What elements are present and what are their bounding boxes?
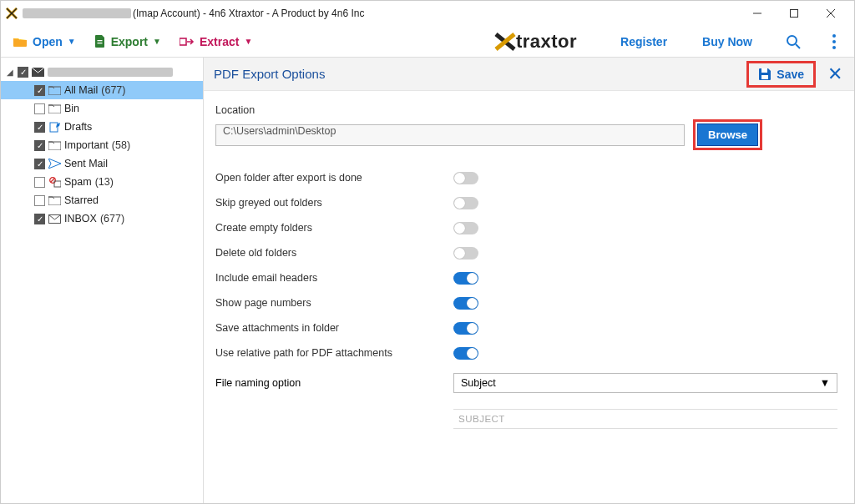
option-label: Skip greyed out folders — [215, 197, 453, 209]
options-header: PDF Export Options Save ✕ — [204, 58, 854, 91]
folder-icon — [48, 140, 61, 151]
tree-item-label: Spam — [64, 176, 92, 188]
mail-icon — [32, 67, 44, 78]
checkbox[interactable] — [34, 177, 45, 188]
location-label: Location — [215, 104, 837, 116]
tree-row-drafts[interactable]: ✓Drafts — [1, 118, 203, 136]
file-naming-select[interactable]: Subject ▼ — [453, 373, 837, 393]
checkbox[interactable]: ✓ — [34, 85, 45, 96]
option-label: Use relative path for PDF attachments — [215, 347, 453, 359]
export-menu[interactable]: Export ▼ — [94, 35, 161, 48]
buy-now-link[interactable]: Buy Now — [702, 35, 752, 48]
toggle-switch[interactable] — [453, 347, 478, 360]
file-naming-label: File naming option — [215, 377, 453, 389]
svg-point-5 — [787, 36, 797, 45]
option-label: Open folder after export is done — [215, 172, 453, 184]
folder-icon — [48, 195, 61, 206]
toggle-switch[interactable] — [453, 222, 478, 234]
browse-highlight: Browse — [693, 119, 762, 150]
chevron-down-icon: ▼ — [68, 37, 76, 46]
checkbox[interactable] — [34, 195, 45, 206]
tree-row-important[interactable]: ✓Important (58) — [1, 136, 203, 154]
chevron-down-icon: ▼ — [244, 37, 252, 46]
account-name-redacted — [48, 68, 173, 77]
location-input[interactable]: C:\Users\admin\Desktop — [215, 124, 685, 146]
option-label: Create empty folders — [215, 222, 453, 234]
toggle-switch[interactable] — [453, 297, 478, 310]
export-label: Export — [111, 35, 148, 48]
tree-row-all-mail[interactable]: ✓All Mail (677) — [1, 81, 203, 99]
main-toolbar: Open ▼ Export ▼ Extract ▼ traxtor Regist… — [1, 26, 854, 58]
chevron-down-icon: ▼ — [820, 377, 830, 389]
close-panel-button[interactable]: ✕ — [827, 63, 842, 85]
svg-point-9 — [832, 46, 836, 49]
tree-row-inbox[interactable]: ✓INBOX (677) — [1, 209, 203, 228]
title-redacted — [23, 8, 131, 18]
tree-item-label: Drafts — [64, 121, 92, 133]
brand-text: traxtor — [516, 31, 577, 53]
svg-rect-14 — [48, 142, 61, 150]
svg-rect-2 — [97, 40, 102, 41]
open-menu[interactable]: Open ▼ — [13, 35, 76, 48]
folder-icon — [48, 85, 61, 96]
checkbox[interactable]: ✓ — [34, 159, 45, 169]
tree-item-count: (13) — [95, 176, 114, 188]
checkbox[interactable]: ✓ — [34, 214, 45, 224]
option-row: Save attachments in folder — [215, 315, 837, 340]
svg-rect-12 — [48, 105, 61, 113]
brand-x-icon — [494, 33, 516, 51]
option-row: Show page numbers — [215, 290, 837, 315]
search-icon[interactable] — [786, 34, 801, 49]
tree-item-label: Bin — [64, 103, 79, 114]
toggle-switch[interactable] — [453, 197, 478, 209]
save-button[interactable]: Save — [751, 66, 811, 83]
folder-open-icon — [13, 36, 28, 48]
tree-item-count: (677) — [100, 213, 124, 224]
tree-row-bin[interactable]: Bin — [1, 99, 203, 118]
toggle-switch[interactable] — [453, 322, 478, 335]
folder-tree: ◢ ✓ ✓All Mail (677)Bin✓Drafts✓Important … — [1, 58, 204, 503]
titlebar: (Imap Account) - 4n6 Xtraxtor - A Produc… — [1, 1, 854, 26]
option-label: Save attachments in folder — [215, 322, 453, 334]
tree-item-label: All Mail — [64, 84, 98, 96]
tree-item-count: (58) — [112, 139, 130, 151]
browse-button[interactable]: Browse — [697, 123, 758, 146]
tree-row-sent-mail[interactable]: ✓Sent Mail — [1, 154, 203, 173]
extract-label: Extract — [200, 35, 239, 48]
option-row: Open folder after export is done — [215, 165, 837, 190]
svg-rect-3 — [97, 43, 102, 43]
save-icon — [758, 68, 772, 81]
more-menu-icon[interactable] — [832, 34, 836, 49]
svg-rect-11 — [48, 87, 61, 95]
extract-menu[interactable]: Extract ▼ — [180, 35, 252, 48]
maximize-button[interactable] — [776, 2, 812, 25]
checkbox[interactable]: ✓ — [18, 67, 28, 78]
option-row: Skip greyed out folders — [215, 190, 837, 215]
tree-account-row[interactable]: ◢ ✓ — [1, 63, 203, 81]
checkbox[interactable]: ✓ — [34, 122, 45, 133]
minimize-button[interactable] — [739, 2, 776, 25]
toggle-switch[interactable] — [453, 172, 478, 184]
tree-row-spam[interactable]: Spam (13) — [1, 173, 203, 191]
toggle-switch[interactable] — [453, 272, 478, 285]
collapse-arrow-icon[interactable]: ◢ — [6, 68, 14, 77]
close-window-button[interactable] — [812, 2, 849, 25]
svg-rect-1 — [791, 10, 798, 18]
panel-title: PDF Export Options — [214, 67, 325, 81]
tree-row-starred[interactable]: Starred — [1, 191, 203, 209]
window-title: (Imap Account) - 4n6 Xtraxtor - A Produc… — [133, 8, 364, 19]
inbox-icon — [48, 214, 61, 224]
toggle-switch[interactable] — [453, 247, 478, 260]
spam-icon — [48, 177, 61, 188]
tree-item-label: INBOX — [64, 213, 97, 224]
open-label: Open — [33, 35, 63, 48]
save-label: Save — [777, 68, 804, 81]
option-label: Show page numbers — [215, 297, 453, 309]
brand-logo: traxtor — [494, 31, 577, 53]
draft-icon — [48, 122, 61, 133]
checkbox[interactable]: ✓ — [34, 140, 45, 151]
register-link[interactable]: Register — [620, 35, 667, 48]
option-label: Delete old folders — [215, 247, 453, 259]
file-naming-value: Subject — [461, 377, 496, 389]
checkbox[interactable] — [34, 103, 45, 114]
